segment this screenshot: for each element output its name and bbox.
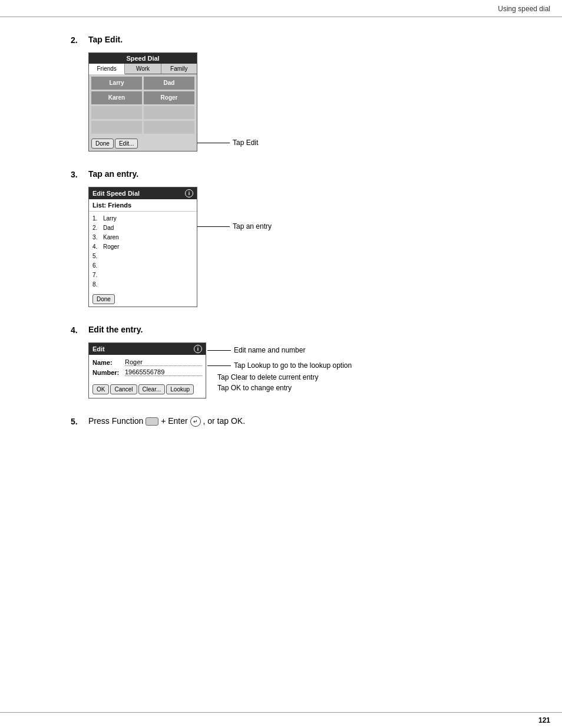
step-4-diagram: Edit i Name: Roger Number: 19665556789 — [88, 342, 515, 398]
cell-roger[interactable]: Roger — [144, 91, 194, 104]
step-2-number: 2. — [71, 35, 88, 45]
cell-dad[interactable]: Dad — [144, 77, 194, 90]
step-4-annotations: Edit name and number Tap Lookup to go to… — [207, 342, 352, 392]
edit-entries-list: 1. Larry 2. Dad 3. Karen 4. — [89, 212, 197, 292]
cell-larry[interactable]: Larry — [91, 77, 142, 90]
step-5: 5. Press Function + Enter ↵ , or tap OK. — [71, 416, 515, 435]
step-3: 3. Tap an entry. Edit Speed Dial i List:… — [71, 169, 515, 307]
number-field-row: Number: 19665556789 — [92, 368, 202, 376]
step-3-title: Tap an entry. — [88, 169, 515, 179]
section-title: Using speed dial — [498, 5, 550, 13]
step-4-number: 4. — [71, 325, 88, 335]
ann-clear: Tap Clear to delete current entry — [207, 373, 352, 381]
step-2-title: Tap Edit. — [88, 35, 515, 44]
main-content: 2. Tap Edit. Speed Dial Friends Work Fam… — [0, 17, 562, 488]
clear-button[interactable]: Clear... — [138, 384, 166, 394]
ann-lookup-text: Tap Lookup to go to the lookup option — [234, 361, 352, 370]
speed-dial-widget: Speed Dial Friends Work Family Larry Dad… — [88, 52, 197, 151]
entry-8[interactable]: 8. — [92, 280, 193, 289]
step-4: 4. Edit the entry. Edit i Name: Roger — [71, 325, 515, 398]
done-button[interactable]: Done — [91, 139, 114, 149]
step-2-content: Tap Edit. Speed Dial Friends Work Family… — [88, 35, 515, 151]
step-4-title: Edit the entry. — [88, 325, 515, 334]
tab-family[interactable]: Family — [161, 64, 197, 74]
entry-3[interactable]: 3. Karen — [92, 233, 193, 242]
enter-key-icon: ↵ — [190, 416, 201, 427]
step-5-content: Press Function + Enter ↵ , or tap OK. — [88, 416, 515, 435]
edit-dialog-action-buttons: OK Cancel Clear... Lookup — [89, 382, 206, 398]
info-icon: i — [185, 189, 193, 197]
step-2-annotation-text: Tap Edit — [233, 139, 258, 147]
entry-7[interactable]: 7. — [92, 271, 193, 280]
ann-name-number-text: Edit name and number — [234, 346, 305, 354]
ann-clear-text: Tap Clear to delete current entry — [217, 373, 318, 381]
edit-info-icon: i — [194, 345, 202, 353]
speed-dial-title: Speed Dial — [89, 53, 197, 64]
page-footer: 121 — [0, 712, 562, 728]
edit-list-header: List: Friends — [89, 199, 197, 212]
lookup-button[interactable]: Lookup — [166, 384, 194, 394]
ann-ok: Tap OK to change entry — [207, 384, 352, 392]
edit-dialog-header: Edit i — [89, 343, 206, 355]
function-key-icon — [146, 417, 158, 426]
entry-5[interactable]: 5. — [92, 252, 193, 261]
step-5-number: 5. — [71, 416, 88, 426]
cell-empty-1 — [91, 106, 142, 119]
tab-work[interactable]: Work — [125, 64, 161, 74]
edit-done-row: Done — [89, 292, 197, 307]
edit-done-button[interactable]: Done — [92, 294, 115, 304]
number-label: Number: — [92, 369, 125, 376]
name-label: Name: — [92, 359, 125, 366]
page-header: Using speed dial — [0, 0, 562, 17]
step-3-diagram: Edit Speed Dial i List: Friends 1. Larry — [88, 187, 515, 307]
speed-dial-grid: Larry Dad Karen Roger — [89, 74, 197, 136]
cell-karen[interactable]: Karen — [91, 91, 142, 104]
step-5-title: Press Function + Enter ↵ , or tap OK. — [88, 416, 515, 427]
entry-4[interactable]: 4. Roger — [92, 242, 193, 252]
cell-empty-4 — [144, 121, 194, 134]
ann-name-number: Edit name and number — [207, 346, 352, 354]
name-field-row: Name: Roger — [92, 358, 202, 366]
step-2-diagram: Speed Dial Friends Work Family Larry Dad… — [88, 52, 515, 151]
step-2: 2. Tap Edit. Speed Dial Friends Work Fam… — [71, 35, 515, 151]
step-3-content: Tap an entry. Edit Speed Dial i List: Fr… — [88, 169, 515, 307]
step-3-number: 3. — [71, 169, 88, 179]
step-2-annotation: Tap Edit — [197, 139, 258, 147]
edit-speed-dial-title: Edit Speed Dial i — [89, 187, 197, 199]
edit-button[interactable]: Edit... — [115, 139, 138, 149]
entry-2[interactable]: 2. Dad — [92, 223, 193, 233]
page-number: 121 — [538, 716, 550, 724]
number-value[interactable]: 19665556789 — [125, 368, 202, 376]
entry-6[interactable]: 6. — [92, 261, 193, 271]
cell-empty-2 — [144, 106, 194, 119]
step-4-content: Edit the entry. Edit i Name: Roger — [88, 325, 515, 398]
ann-lookup: Tap Lookup to go to the lookup option — [207, 361, 352, 370]
edit-dialog: Edit i Name: Roger Number: 19665556789 — [88, 342, 206, 398]
speed-dial-tabs: Friends Work Family — [89, 64, 197, 74]
speed-dial-action-buttons: Done Edit... — [89, 136, 197, 151]
ok-button[interactable]: OK — [92, 384, 109, 394]
edit-dialog-body: Name: Roger Number: 19665556789 — [89, 355, 206, 382]
entry-1[interactable]: 1. Larry — [92, 214, 193, 223]
ann-ok-text: Tap OK to change entry — [217, 384, 292, 392]
edit-speed-dial-widget: Edit Speed Dial i List: Friends 1. Larry — [88, 187, 197, 307]
name-value[interactable]: Roger — [125, 358, 202, 366]
cell-empty-3 — [91, 121, 142, 134]
step-3-annotation: Tap an entry — [197, 222, 272, 230]
tab-friends[interactable]: Friends — [89, 64, 125, 74]
cancel-button[interactable]: Cancel — [110, 384, 137, 394]
step-3-annotation-text: Tap an entry — [233, 222, 272, 230]
